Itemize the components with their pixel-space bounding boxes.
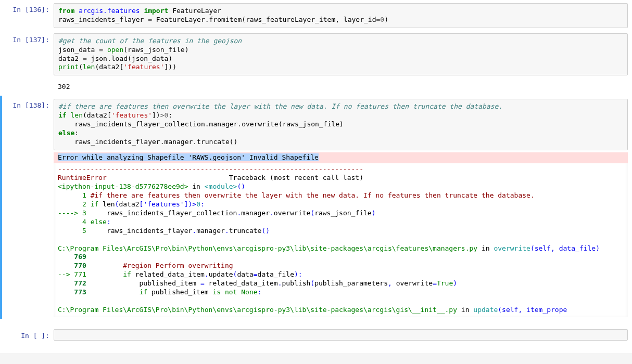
code-input[interactable]: from arcgis.features import FeatureLayer… — [54, 3, 628, 28]
highlighted-selection: Error while analyzing Shapefile 'RAWS.ge… — [58, 153, 319, 161]
code-cell-138[interactable]: In [138]: #if there are features then ov… — [0, 96, 632, 152]
code-input[interactable] — [54, 329, 628, 341]
code-input[interactable]: #get the count of the features in the ge… — [54, 33, 628, 76]
notebook: In [136]: from arcgis.features import Fe… — [0, 0, 632, 353]
code-input[interactable]: #if there are features then overwrite th… — [54, 99, 628, 150]
output-cell-137: 302 — [0, 77, 632, 96]
input-prompt: In [137]: — [4, 33, 54, 76]
output-prompt — [4, 81, 54, 94]
input-prompt: In [ ]: — [4, 329, 54, 341]
input-prompt: In [138]: — [4, 99, 54, 150]
code-cell-137[interactable]: In [137]: #get the count of the features… — [0, 30, 632, 78]
input-prompt: In [136]: — [4, 3, 54, 28]
stdout-text: 302 — [54, 81, 628, 94]
code-cell-136[interactable]: In [136]: from arcgis.features import Fe… — [0, 0, 632, 30]
output-scroll-area[interactable]: Error while analyzing Shapefile 'RAWS.ge… — [54, 152, 628, 317]
output-cell-138: Error while analyzing Shapefile 'RAWS.ge… — [0, 152, 632, 319]
traceback-text: ----------------------------------------… — [54, 163, 628, 317]
empty-code-cell[interactable]: In [ ]: — [0, 326, 632, 343]
output-prompt — [4, 152, 54, 317]
stderr-text: Error while analyzing Shapefile 'RAWS.ge… — [54, 152, 628, 163]
